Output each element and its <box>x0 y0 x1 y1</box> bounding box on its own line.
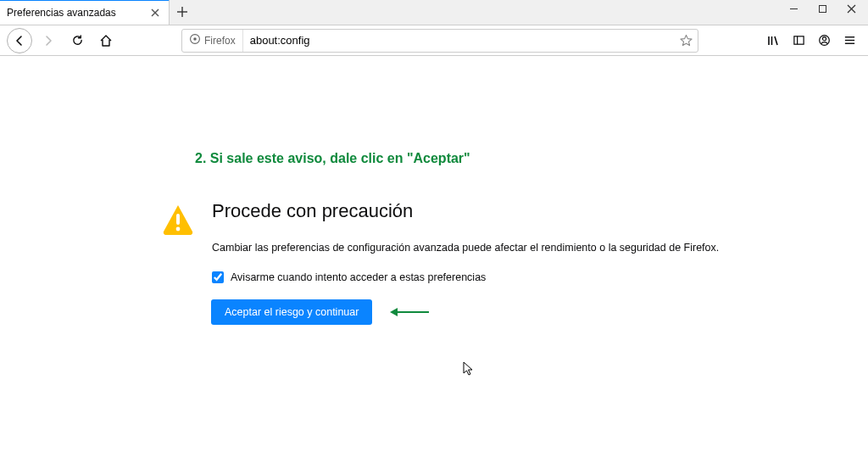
menu-button[interactable] <box>837 28 861 53</box>
warn-checkbox-row[interactable]: Avisarme cuando intento acceder a estas … <box>212 271 719 283</box>
forward-button[interactable] <box>36 28 61 53</box>
home-button[interactable] <box>93 28 119 53</box>
warn-checkbox-label: Avisarme cuando intento acceder a estas … <box>231 271 486 283</box>
window-maximize-button[interactable] <box>817 3 827 14</box>
svg-rect-13 <box>793 36 803 44</box>
navigation-toolbar: Firefox <box>0 25 868 56</box>
svg-line-12 <box>775 36 777 45</box>
new-tab-button[interactable] <box>170 0 195 25</box>
back-button[interactable] <box>7 28 32 53</box>
close-tab-button[interactable] <box>148 6 162 20</box>
annotation-instruction: 2. Si sale este aviso, dale clic en "Ace… <box>195 151 470 166</box>
svg-point-16 <box>822 37 826 41</box>
warning-icon <box>161 200 197 239</box>
sidebar-button[interactable] <box>787 28 810 53</box>
warning-text: Cambiar las preferencias de configuració… <box>212 241 719 256</box>
url-input[interactable] <box>243 34 674 47</box>
accept-risk-button[interactable]: Aceptar el riesgo y continuar <box>212 300 371 324</box>
url-identity-label: Firefox <box>204 35 236 47</box>
mouse-cursor-icon <box>463 361 475 379</box>
tab-title: Preferencias avanzadas <box>7 7 148 19</box>
warning-title: Procede con precaución <box>212 200 719 222</box>
page-content: 2. Si sale este aviso, dale clic en "Ace… <box>0 56 868 469</box>
warn-checkbox[interactable] <box>212 271 224 283</box>
annotation-arrow-icon <box>388 305 431 319</box>
svg-rect-1 <box>819 5 826 12</box>
window-minimize-button[interactable] <box>788 3 798 14</box>
account-button[interactable] <box>812 28 836 53</box>
tab-strip: Preferencias avanzadas <box>0 0 868 25</box>
library-button[interactable] <box>761 28 785 53</box>
browser-tab[interactable]: Preferencias avanzadas <box>0 0 170 25</box>
url-bar[interactable]: Firefox <box>181 29 698 53</box>
svg-rect-20 <box>176 214 180 225</box>
window-close-button[interactable] <box>846 3 856 14</box>
svg-point-9 <box>193 37 197 41</box>
url-identity-box[interactable]: Firefox <box>182 30 243 52</box>
bookmark-star-icon[interactable] <box>674 34 698 47</box>
svg-point-21 <box>176 227 181 232</box>
firefox-icon <box>189 33 201 47</box>
reload-button[interactable] <box>64 28 90 53</box>
warning-panel: Procede con precaución Cambiar las prefe… <box>161 200 719 324</box>
